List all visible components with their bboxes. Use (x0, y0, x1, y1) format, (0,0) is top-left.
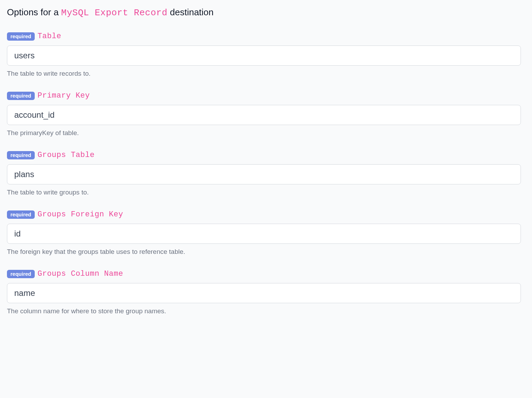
label-row: required Table (7, 32, 525, 41)
form-container: Options for a MySQL Export Record destin… (7, 7, 525, 315)
required-badge: required (7, 210, 35, 219)
help-text-table: The table to write records to. (7, 70, 525, 77)
title-suffix: destination (167, 7, 214, 17)
label-row: required Groups Foreign Key (7, 210, 525, 219)
table-input[interactable] (7, 45, 521, 66)
field-label-groups-foreign-key: Groups Foreign Key (38, 210, 123, 219)
form-group-table: required Table The table to write record… (7, 32, 525, 77)
label-row: required Groups Table (7, 151, 525, 159)
form-group-primary-key: required Primary Key The primaryKey of t… (7, 91, 525, 137)
label-row: required Primary Key (7, 91, 525, 100)
field-label-table: Table (38, 32, 61, 41)
field-label-groups-table: Groups Table (38, 151, 94, 159)
field-label-groups-column-name: Groups Column Name (38, 270, 123, 278)
title-prefix: Options for a (7, 7, 61, 17)
required-badge: required (7, 270, 35, 278)
help-text-primary-key: The primaryKey of table. (7, 129, 525, 137)
groups-foreign-key-input[interactable] (7, 224, 521, 244)
page-title: Options for a MySQL Export Record destin… (7, 7, 525, 18)
form-group-groups-foreign-key: required Groups Foreign Key The foreign … (7, 210, 525, 256)
primary-key-input[interactable] (7, 105, 521, 125)
form-group-groups-table: required Groups Table The table to write… (7, 151, 525, 196)
help-text-groups-foreign-key: The foreign key that the groups table us… (7, 248, 525, 256)
help-text-groups-column-name: The column name for where to store the g… (7, 307, 525, 315)
label-row: required Groups Column Name (7, 270, 525, 278)
field-label-primary-key: Primary Key (38, 91, 90, 100)
required-badge: required (7, 151, 35, 159)
groups-column-name-input[interactable] (7, 283, 521, 303)
groups-table-input[interactable] (7, 164, 521, 184)
help-text-groups-table: The table to write groups to. (7, 189, 525, 196)
required-badge: required (7, 32, 35, 41)
title-code: MySQL Export Record (61, 8, 167, 18)
form-group-groups-column-name: required Groups Column Name The column n… (7, 270, 525, 315)
required-badge: required (7, 92, 35, 100)
